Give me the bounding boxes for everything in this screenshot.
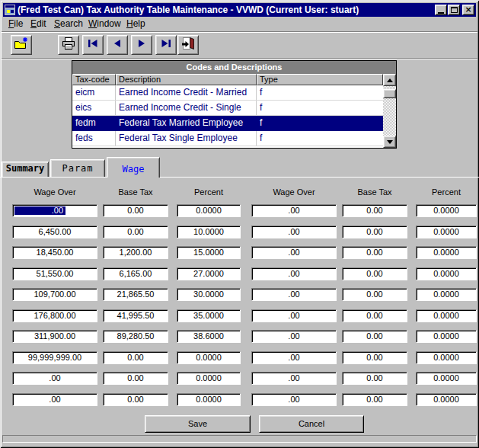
wage-input[interactable]: 27.0000 — [177, 267, 241, 280]
wage-input[interactable]: 0.0000 — [416, 204, 477, 217]
wage-input[interactable]: 41,995.50 — [103, 309, 168, 322]
cell-tax-code: fedm — [72, 116, 116, 130]
scroll-down-button[interactable] — [383, 136, 396, 148]
wage-input[interactable]: 0.0000 — [177, 351, 241, 364]
first-record-button[interactable] — [82, 35, 104, 55]
wage-input[interactable]: 0.0000 — [416, 351, 477, 364]
wage-input[interactable]: 0.0000 — [416, 393, 477, 406]
wage-input[interactable]: 0.00 — [342, 226, 407, 238]
wage-input[interactable]: 176,800.00 — [12, 309, 97, 322]
wage-input[interactable]: .00 — [12, 393, 97, 406]
wage-input[interactable]: 6,450.00 — [12, 226, 97, 238]
menu-search[interactable]: Search — [54, 17, 83, 31]
new-record-button[interactable] — [11, 35, 32, 55]
wage-input[interactable]: 0.0000 — [416, 226, 477, 238]
last-record-button[interactable] — [155, 35, 177, 55]
close-button[interactable]: × — [462, 5, 474, 15]
wage-input[interactable]: .00 — [12, 204, 97, 217]
wage-input[interactable]: 0.0000 — [177, 393, 241, 406]
wage-column-header: Percent — [177, 187, 241, 197]
cancel-button[interactable]: Cancel — [259, 415, 364, 433]
wage-input[interactable]: 0.00 — [342, 393, 407, 406]
table-row[interactable]: fedmFederal Tax Married Employeef — [72, 116, 383, 131]
arrow-up-icon — [387, 78, 393, 82]
tab-param[interactable]: Param — [50, 159, 105, 177]
column-header[interactable]: Tax-code — [72, 74, 116, 85]
cell-type: f — [257, 85, 383, 100]
wage-input[interactable]: .00 — [12, 372, 97, 385]
wage-input[interactable]: 0.00 — [342, 246, 407, 259]
wage-input[interactable]: 311,900.00 — [12, 330, 97, 343]
wage-input[interactable]: 0.0000 — [416, 288, 477, 301]
menu-file[interactable]: File — [8, 17, 23, 31]
wage-input[interactable]: .00 — [251, 351, 337, 364]
app-icon[interactable] — [5, 5, 15, 15]
wage-input[interactable]: 0.00 — [103, 351, 168, 364]
wage-input[interactable]: 15.0000 — [177, 246, 241, 259]
menu-window[interactable]: Window — [88, 17, 121, 31]
wage-input[interactable]: .00 — [251, 393, 337, 406]
print-button[interactable] — [58, 35, 79, 55]
save-button[interactable]: Save — [145, 415, 251, 433]
wage-input[interactable]: 0.00 — [342, 267, 407, 280]
wage-input[interactable]: .00 — [251, 267, 337, 280]
exit-button[interactable] — [177, 35, 199, 55]
wage-input[interactable]: .00 — [251, 246, 337, 259]
minimize-button[interactable] — [435, 5, 447, 15]
wage-input[interactable]: .00 — [251, 288, 337, 301]
tab-wage[interactable]: Wage — [107, 157, 160, 178]
wage-input[interactable]: 0.00 — [342, 372, 407, 385]
wage-input[interactable]: 0.00 — [103, 372, 168, 385]
tab-summary[interactable]: Summary — [2, 162, 49, 177]
wage-input[interactable]: 0.00 — [342, 330, 407, 343]
next-record-button[interactable] — [131, 35, 152, 55]
wage-input[interactable]: 0.0000 — [416, 372, 477, 385]
wage-input[interactable]: 89,280.50 — [103, 330, 168, 343]
wage-input[interactable]: 0.00 — [342, 309, 407, 322]
wage-input[interactable]: 0.00 — [103, 226, 168, 238]
maximize-icon — [451, 7, 458, 13]
title-bar: (Fred Test Can) Tax Authority Table Main… — [3, 3, 476, 17]
wage-input[interactable]: 21,865.50 — [103, 288, 168, 301]
wage-input[interactable]: .00 — [251, 372, 337, 385]
wage-input[interactable]: 35.0000 — [177, 309, 241, 322]
wage-input[interactable]: 109,700.00 — [12, 288, 97, 301]
wage-input[interactable]: 0.0000 — [416, 246, 477, 259]
wage-input[interactable]: .00 — [251, 204, 337, 217]
wage-input[interactable]: .00 — [251, 309, 337, 322]
scrollbar-thumb[interactable] — [383, 89, 396, 98]
wage-input[interactable]: 0.00 — [103, 393, 168, 406]
column-header[interactable]: Type — [257, 74, 383, 85]
wage-input[interactable]: 0.0000 — [177, 204, 241, 217]
wage-input[interactable]: .00 — [251, 226, 337, 238]
scroll-up-button[interactable] — [383, 74, 396, 86]
wage-input[interactable]: 0.0000 — [177, 372, 241, 385]
table-row[interactable]: eicsEarned Income Credit - Singlef — [72, 101, 383, 116]
wage-input[interactable]: 0.0000 — [416, 330, 477, 343]
maximize-button[interactable] — [448, 5, 460, 15]
wage-input[interactable]: 51,550.00 — [12, 267, 97, 280]
menu-edit[interactable]: Edit — [30, 17, 46, 31]
wage-input[interactable]: 0.00 — [342, 288, 407, 301]
wage-input[interactable]: 10.0000 — [177, 226, 241, 238]
column-header[interactable]: Description — [116, 74, 257, 85]
wage-input[interactable]: 18,450.00 — [12, 246, 97, 259]
wage-input[interactable]: 99,999,999.00 — [12, 351, 97, 364]
previous-record-button[interactable] — [107, 35, 128, 55]
wage-input[interactable]: 0.0000 — [416, 267, 477, 280]
menu-help[interactable]: Help — [126, 17, 145, 31]
table-row[interactable]: eicmEarned Income Credit - Marriedf — [72, 85, 383, 101]
wage-input[interactable]: 0.00 — [342, 351, 407, 364]
wage-input[interactable]: 0.0000 — [416, 309, 477, 322]
wage-input[interactable]: .00 — [251, 330, 337, 343]
wage-input[interactable]: 30.0000 — [177, 288, 241, 301]
wage-input[interactable]: 38.6000 — [177, 330, 241, 343]
codes-table-scrollbar[interactable] — [383, 74, 396, 148]
wage-input[interactable]: 1,200.00 — [103, 246, 168, 259]
cell-tax-code: eicm — [72, 85, 116, 100]
table-row[interactable]: fedsFederal Tax Single Employeef — [72, 131, 383, 146]
wage-input[interactable]: 6,165.00 — [103, 267, 168, 280]
wage-input[interactable]: 0.00 — [342, 204, 407, 217]
wage-input[interactable]: 0.00 — [103, 204, 168, 217]
cell-description: Federal Tax Single Employee — [116, 131, 257, 146]
